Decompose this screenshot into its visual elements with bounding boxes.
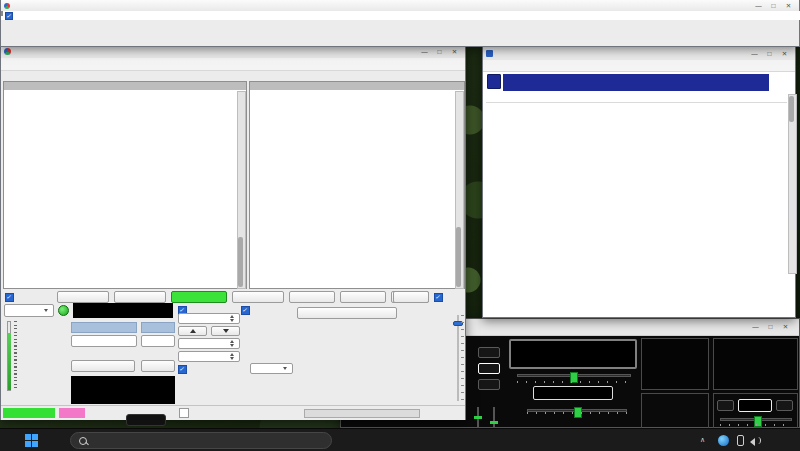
- add-button[interactable]: [141, 360, 175, 372]
- tx-progress-bar: [304, 409, 420, 418]
- stop-button[interactable]: [114, 291, 166, 303]
- rit-ticks: [720, 424, 792, 426]
- cq-only-checkbox[interactable]: [5, 293, 17, 302]
- monitor-button[interactable]: [171, 291, 227, 303]
- close-icon[interactable]: [777, 49, 792, 59]
- start-button[interactable]: [25, 434, 38, 447]
- radio-pwt-button[interactable]: [478, 363, 500, 374]
- mode-badge: [59, 408, 85, 418]
- maximize-icon[interactable]: [766, 1, 781, 11]
- minimize-icon[interactable]: [748, 322, 763, 332]
- menus-checkbox[interactable]: [434, 293, 446, 302]
- decode-button[interactable]: [289, 291, 335, 303]
- rx-marker-icon[interactable]: [1, 11, 3, 16]
- enable-tx-button[interactable]: [340, 291, 386, 303]
- generate-messages: [297, 322, 451, 402]
- close-icon[interactable]: [778, 322, 793, 332]
- band-activity-panel: [3, 90, 247, 289]
- contact-log-window: [482, 46, 796, 318]
- close-icon[interactable]: [447, 47, 462, 57]
- voice-keypad: [642, 396, 708, 402]
- tray-chevron-icon[interactable]: ∧: [700, 436, 705, 444]
- erase-button[interactable]: [232, 291, 284, 303]
- close-icon[interactable]: [781, 1, 796, 11]
- log-table-header: [486, 94, 787, 103]
- fn-button[interactable]: [487, 74, 501, 89]
- wide-graph-window: [0, 0, 800, 47]
- wsjtx-main-window: [0, 44, 466, 420]
- desktop-background: ∧: [0, 0, 800, 451]
- control-checkbox[interactable]: [5, 12, 16, 20]
- band-activity-scrollbar[interactable]: [237, 91, 246, 289]
- cq-first-select[interactable]: [250, 363, 293, 374]
- message-tabs: [284, 304, 295, 326]
- minimize-icon[interactable]: [747, 49, 762, 59]
- counter-box: [179, 408, 189, 418]
- dial-frequency-display: [73, 303, 173, 318]
- wsjtx-menubar: [1, 58, 465, 71]
- vfo-a-display: [509, 339, 637, 369]
- radio-rx-button[interactable]: [478, 347, 500, 358]
- pwr-slider[interactable]: [453, 315, 463, 401]
- log-menubar: [483, 60, 795, 72]
- report-spinner[interactable]: [178, 351, 240, 362]
- rit-tx-button[interactable]: [776, 400, 793, 411]
- wsjtx-statusbar: [1, 405, 465, 420]
- log-field-buttons: [486, 294, 794, 311]
- radio-tune-button[interactable]: [478, 379, 500, 390]
- waterfall-display[interactable]: [1, 20, 800, 47]
- rf-slider[interactable]: [477, 407, 479, 427]
- lookup-button[interactable]: [71, 360, 135, 372]
- wsjtx-titlebar[interactable]: [1, 45, 465, 59]
- maximize-icon[interactable]: [762, 49, 777, 59]
- search-icon: [79, 437, 87, 445]
- pwr-meter: [713, 338, 798, 390]
- swr-meter: [641, 338, 709, 390]
- mode-buttons: [39, 320, 67, 404]
- log-qso-button[interactable]: [57, 291, 109, 303]
- recent-contacts-banner: [503, 74, 769, 91]
- maximize-icon[interactable]: [432, 47, 447, 57]
- tx-down-button[interactable]: [211, 326, 240, 336]
- log-scrollbar[interactable]: [788, 94, 797, 274]
- dx-call-input[interactable]: [71, 335, 137, 347]
- dx-grid-label: [141, 322, 175, 333]
- tx-up-button[interactable]: [178, 326, 207, 336]
- wsjtx-app-icon: [4, 3, 10, 9]
- log-titlebar[interactable]: [483, 47, 795, 61]
- tray-edge-icon[interactable]: [718, 435, 729, 446]
- vfo-b-display: [533, 386, 613, 400]
- receiving-badge: [3, 408, 55, 418]
- anydesk-tab[interactable]: [126, 414, 166, 426]
- tx-freq-spinner[interactable]: [178, 313, 240, 324]
- tune-button[interactable]: [393, 291, 429, 303]
- rit-rx-button[interactable]: [717, 400, 734, 411]
- auto-seq-checkbox[interactable]: [178, 365, 190, 374]
- dx-grid-input[interactable]: [141, 335, 175, 347]
- vfo-a-slider[interactable]: [517, 374, 631, 377]
- vfo-b-ticks: [527, 412, 627, 414]
- hold-tx-checkbox[interactable]: [241, 306, 253, 315]
- tray-volume-icon[interactable]: [750, 436, 762, 445]
- rit-value: [738, 399, 772, 412]
- minimize-icon[interactable]: [751, 1, 766, 11]
- search-input[interactable]: [70, 432, 332, 449]
- generate-msgs-button[interactable]: [297, 307, 397, 319]
- taskbar: ∧: [0, 428, 800, 451]
- rx-freq-spinner[interactable]: [178, 338, 240, 349]
- wsjtx-app-icon: [4, 48, 11, 55]
- minimize-icon[interactable]: [417, 47, 432, 57]
- rit-slider[interactable]: [720, 418, 792, 421]
- band-select[interactable]: [4, 304, 54, 317]
- log-app-icon: [486, 50, 493, 57]
- tray-phone-icon[interactable]: [737, 435, 744, 446]
- rx-frequency-panel: [249, 90, 465, 289]
- af-slider[interactable]: [493, 407, 495, 427]
- waterfall-frequency-scale: [1, 11, 800, 20]
- rx-frequency-scrollbar[interactable]: [455, 91, 464, 289]
- vfo-a-ticks: [517, 381, 631, 383]
- log-table: [486, 104, 787, 271]
- maximize-icon[interactable]: [763, 322, 778, 332]
- voice-data-panel: [641, 393, 709, 429]
- dx-call-label: [71, 322, 137, 333]
